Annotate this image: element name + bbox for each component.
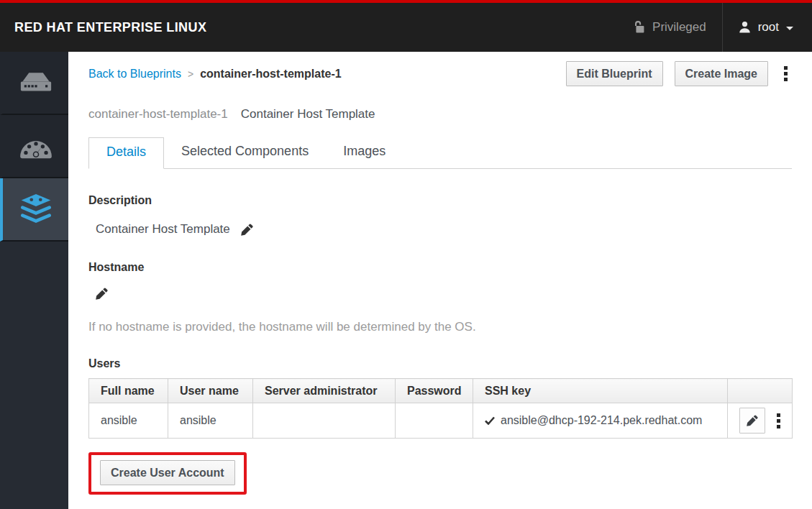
tab-images[interactable]: Images — [326, 137, 403, 168]
users-table: Full name User name Server administrator… — [88, 378, 793, 439]
top-navbar: RED HAT ENTERPRISE LINUX Privileged — [0, 0, 812, 52]
cell-user-name: ansible — [168, 403, 253, 439]
edit-blueprint-button[interactable]: Edit Blueprint — [566, 61, 663, 86]
body-row: Back to Blueprints > container-host-temp… — [0, 52, 812, 509]
brand-title: RED HAT ENTERPRISE LINUX — [14, 20, 206, 35]
sidebar — [0, 52, 68, 509]
breadcrumb-current: container-host-template-1 — [200, 68, 341, 81]
col-server-admin: Server administrator — [253, 379, 396, 403]
user-menu[interactable]: root — [722, 3, 800, 52]
cell-password — [396, 403, 473, 439]
col-user-name: User name — [168, 379, 253, 403]
layers-icon — [18, 193, 54, 226]
cell-ssh-key: ansible@dhcp-192-214.pek.redhat.com — [473, 403, 728, 439]
user-row-kebab-menu[interactable] — [772, 411, 785, 431]
col-password: Password — [396, 379, 473, 403]
create-user-account-button[interactable]: Create User Account — [100, 460, 235, 485]
description-value-row: Container Host Template — [96, 222, 792, 237]
users-table-header-row: Full name User name Server administrator… — [89, 379, 793, 403]
header-actions: Edit Blueprint Create Image — [566, 61, 792, 86]
cell-actions — [728, 403, 793, 439]
ssh-key-value: ansible@dhcp-192-214.pek.redhat.com — [501, 414, 702, 427]
description-heading: Description — [88, 194, 792, 207]
breadcrumb-back-link[interactable]: Back to Blueprints — [88, 68, 181, 81]
privileged-indicator[interactable]: Privileged — [617, 3, 722, 52]
cell-server-admin — [253, 403, 396, 439]
table-row: ansible ansible ansible@d — [89, 403, 793, 439]
user-label: root — [758, 20, 779, 35]
sidebar-filler — [0, 242, 68, 509]
tab-bar: Details Selected Components Images — [88, 137, 792, 169]
breadcrumb-separator: > — [188, 68, 193, 80]
blueprint-name: container-host-template-1 — [88, 107, 228, 121]
gauge-icon — [18, 132, 54, 160]
pencil-icon — [747, 415, 758, 426]
annotation-highlight-box: Create User Account — [88, 452, 247, 495]
privileged-label: Privileged — [652, 20, 706, 35]
description-value: Container Host Template — [96, 222, 230, 237]
tab-details[interactable]: Details — [88, 137, 164, 169]
page-header: Back to Blueprints > container-host-temp… — [88, 61, 792, 86]
user-icon — [739, 21, 751, 34]
create-image-button[interactable]: Create Image — [675, 61, 769, 86]
server-icon — [17, 69, 55, 96]
edit-user-button[interactable] — [739, 408, 765, 434]
sidebar-item-system[interactable] — [0, 52, 68, 115]
hostname-helper-text: If no hostname is provided, the hostname… — [88, 320, 792, 334]
tab-selected-components[interactable]: Selected Components — [164, 137, 326, 168]
sidebar-item-dashboard[interactable] — [0, 115, 68, 178]
users-heading: Users — [88, 357, 792, 370]
check-icon — [485, 416, 495, 425]
hostname-value-row — [96, 288, 792, 303]
kebab-menu[interactable] — [780, 63, 792, 84]
blueprint-description: Container Host Template — [241, 107, 375, 121]
col-ssh-key: SSH key — [473, 379, 728, 403]
main-content: Back to Blueprints > container-host-temp… — [68, 52, 812, 509]
topbar-right: Privileged root — [617, 3, 800, 52]
col-actions — [728, 379, 793, 403]
sidebar-item-image-builder[interactable] — [0, 178, 68, 242]
cell-full-name: ansible — [89, 403, 168, 439]
unlock-icon — [633, 20, 646, 35]
hostname-heading: Hostname — [88, 261, 792, 274]
app-window: RED HAT ENTERPRISE LINUX Privileged — [0, 0, 812, 509]
chevron-down-icon — [786, 27, 793, 30]
blueprint-title-row: container-host-template-1 Container Host… — [88, 107, 792, 121]
col-full-name: Full name — [89, 379, 168, 403]
edit-hostname-pencil-icon[interactable] — [96, 288, 108, 300]
breadcrumb: Back to Blueprints > container-host-temp… — [88, 68, 342, 81]
edit-description-pencil-icon[interactable] — [241, 224, 253, 236]
